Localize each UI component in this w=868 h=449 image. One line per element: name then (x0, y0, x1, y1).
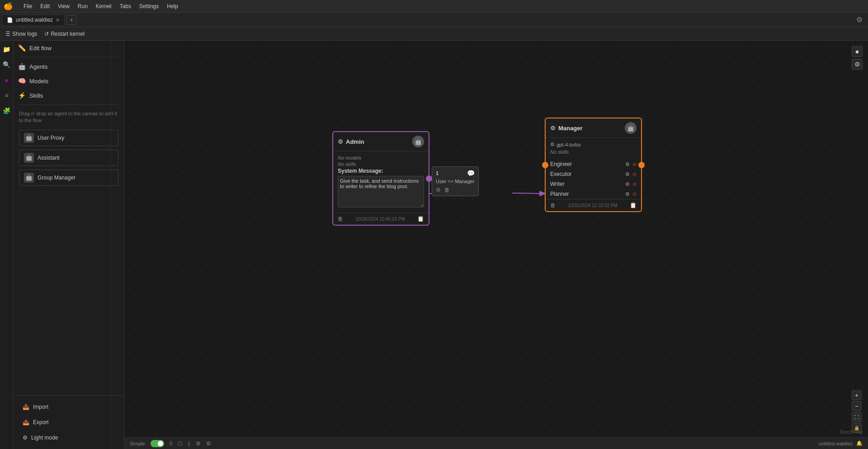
import-button[interactable]: 📥 Import (19, 401, 118, 413)
agent-card-user-proxy[interactable]: 🤖 User Proxy (19, 130, 118, 146)
agents-label: Agents (29, 63, 47, 70)
skills-icon: ⚡ (18, 92, 26, 99)
edge-chat-icon: 💬 (467, 170, 475, 177)
manager-title-text: Manager (558, 125, 582, 132)
admin-delete-icon[interactable]: 🗑 (338, 216, 343, 222)
assistant-icon: 🤖 (24, 153, 34, 163)
fit-view-button[interactable]: ⛶ (852, 412, 862, 422)
file-tab[interactable]: 📄 untitled.waldiez ✕ (2, 14, 65, 25)
canvas-settings-button[interactable]: ⚙ (852, 59, 863, 70)
light-mode-label: Light mode (31, 435, 58, 441)
logs-icon: ☰ (5, 31, 10, 37)
main-layout: 📁 🔍 ● ≡ 🧩 ✏️ Edit flow 🤖 Agents 🧠 Models… (0, 41, 868, 449)
menu-edit[interactable]: Edit (37, 2, 53, 10)
sidebar-item-skills[interactable]: ⚡ Skills (14, 88, 124, 103)
manager-output-port[interactable] (638, 162, 645, 168)
zoom-out-button[interactable]: − (852, 401, 862, 411)
light-mode-icon: ⚙ (23, 435, 28, 441)
light-mode-button[interactable]: ⚙ Light mode (19, 432, 118, 444)
rail-icon-files[interactable]: 📁 (2, 44, 12, 54)
status-right: untitled.waldiez 🔔 (819, 440, 863, 446)
admin-title-text: Admin (346, 138, 364, 145)
admin-copy-icon[interactable]: 📋 (417, 216, 424, 222)
rail-icon-search[interactable]: 🔍 (2, 60, 12, 70)
manager-node-body: ⚙ gpt-4-turbo No skills (546, 138, 641, 159)
zoom-in-button[interactable]: + (852, 390, 862, 400)
admin-node[interactable]: ⚙ Admin 🤖 No models No skills System Mes… (332, 131, 429, 226)
rail-icon-list[interactable]: ≡ (2, 90, 12, 100)
skill-row-writer: Writer ⚙ ⊖ (546, 179, 641, 189)
edge-settings-icon[interactable]: ⚙ (436, 187, 441, 193)
manager-node[interactable]: ⚙ Manager 🤖 ⚙ gpt-4-turbo No skills Engi… (545, 118, 642, 212)
admin-gear-icon[interactable]: ⚙ (338, 138, 343, 145)
engineer-gear-icon[interactable]: ⚙ (625, 161, 630, 167)
zoom-controls: + − ⛶ 🔒 (852, 390, 862, 433)
skill-row-engineer: Engineer ⚙ ⊖ (546, 159, 641, 169)
executor-gear-icon[interactable]: ⚙ (625, 171, 630, 177)
export-icon: 📤 (23, 419, 29, 425)
manager-model: ⚙ gpt-4-turbo (550, 142, 637, 147)
menu-items: File Edit View Run Kernel Tabs Settings … (20, 2, 182, 10)
agents-icon: 🤖 (18, 63, 26, 70)
edit-flow-icon: ✏️ (18, 44, 26, 52)
show-logs-button[interactable]: ☰ Show logs (5, 31, 37, 37)
count1: 0 (170, 441, 172, 446)
sidebar-item-models[interactable]: 🧠 Models (14, 74, 124, 88)
admin-system-message[interactable]: Give the task, and send instructions to … (338, 176, 424, 208)
manager-input-port[interactable] (542, 162, 548, 168)
edge-delete-icon[interactable]: 🗑 (444, 187, 450, 193)
rail-icon-dots[interactable]: ● (2, 75, 12, 85)
engineer-remove-icon[interactable]: ⊖ (632, 161, 637, 167)
menu-settings[interactable]: Settings (136, 2, 162, 10)
manager-gear-icon[interactable]: ⚙ (550, 125, 556, 132)
bell-icon[interactable]: 🔔 (856, 440, 863, 446)
group-manager-label: Group Manager (38, 175, 75, 181)
admin-avatar: 🤖 (412, 136, 424, 147)
manager-delete-icon[interactable]: 🗑 (550, 202, 556, 208)
manager-model-name: gpt-4-turbo (557, 142, 581, 147)
toolbar: ☰ Show logs ↺ Restart kernel (0, 27, 868, 41)
rail-icon-puzzle[interactable]: 🧩 (2, 106, 12, 116)
edge-number: 1 (436, 170, 439, 176)
models-label: Models (29, 78, 48, 85)
menu-tabs[interactable]: Tabs (116, 2, 135, 10)
sidebar-item-agents[interactable]: 🤖 Agents (14, 59, 124, 74)
planner-gear-icon[interactable]: ⚙ (625, 191, 630, 197)
model-icon: ⚙ (550, 142, 555, 147)
import-icon: 📥 (23, 404, 29, 410)
menu-file[interactable]: File (20, 2, 36, 10)
edge-count-icon: ⚙ (196, 440, 201, 447)
agent-card-group-manager[interactable]: 🤖 Group Manager (19, 170, 118, 186)
admin-node-footer: 🗑 10/28/2024 10:40:16 PM 📋 (333, 213, 429, 225)
manager-copy-icon[interactable]: 📋 (630, 202, 637, 208)
agent-card-assistant[interactable]: 🤖 Assistant (19, 150, 118, 166)
menu-run[interactable]: Run (74, 2, 91, 10)
canvas-area[interactable]: ⚙ Admin 🤖 No models No skills System Mes… (124, 41, 868, 449)
executor-remove-icon[interactable]: ⊖ (632, 171, 637, 177)
models-icon: 🧠 (18, 77, 26, 85)
planner-actions: ⚙ ⊖ (625, 191, 637, 197)
mode-toggle[interactable] (151, 440, 164, 447)
canvas-record-button[interactable]: ⏺ (852, 46, 863, 57)
export-button[interactable]: 📤 Export (19, 416, 118, 428)
drag-hint: Drag n' drop an agent to the canvas to a… (14, 107, 124, 128)
menu-help[interactable]: Help (163, 2, 182, 10)
new-tab-button[interactable]: + (66, 15, 76, 25)
menu-kernel[interactable]: Kernel (92, 2, 115, 10)
planner-remove-icon[interactable]: ⊖ (632, 191, 637, 197)
settings-status-icon[interactable]: ⚙ (206, 440, 211, 447)
restart-kernel-button[interactable]: ↺ Restart kernel (44, 31, 85, 37)
edge-label-header: 1 💬 (436, 170, 475, 177)
admin-output-port[interactable] (426, 175, 432, 182)
settings-icon[interactable]: ⚙ (856, 15, 863, 24)
engineer-label: Engineer (550, 161, 572, 167)
menu-view[interactable]: View (54, 2, 73, 10)
tab-close-icon[interactable]: ✕ (56, 17, 60, 23)
admin-node-header: ⚙ Admin 🤖 (333, 132, 429, 151)
sidebar-item-edit-flow[interactable]: ✏️ Edit flow (14, 41, 124, 55)
sidebar-right-edge (111, 41, 111, 449)
writer-remove-icon[interactable]: ⊖ (632, 181, 637, 187)
manager-avatar: 🤖 (625, 122, 637, 134)
writer-gear-icon[interactable]: ⚙ (625, 181, 630, 187)
edge-label-box[interactable]: 1 💬 User => Manager ⚙ 🗑 (432, 166, 479, 196)
